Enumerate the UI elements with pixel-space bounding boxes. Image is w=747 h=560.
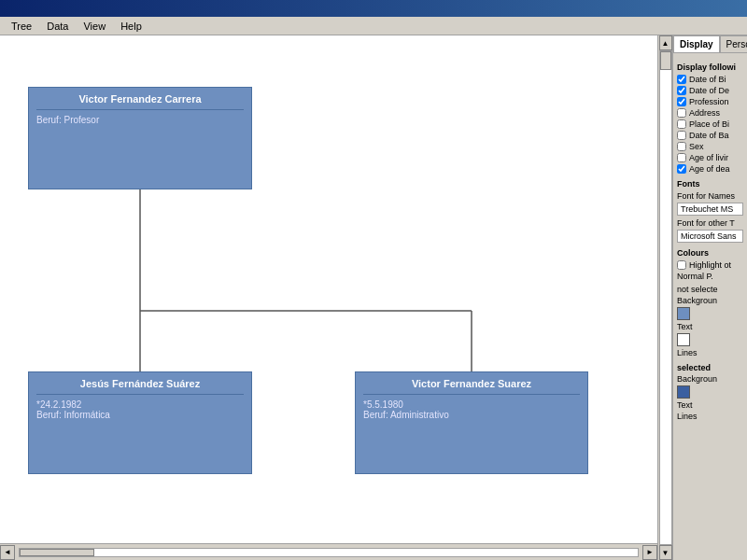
text-label: Text (677, 322, 743, 331)
panel-tabs: Display Person (673, 35, 747, 53)
title-bar (0, 0, 747, 17)
checkbox-input-date-baptism[interactable] (677, 131, 686, 140)
checkbox-label-profession: Profession (689, 97, 729, 106)
checkbox-date-baptism[interactable]: Date of Ba (677, 131, 743, 140)
checkbox-input-place-birth[interactable] (677, 119, 686, 129)
person-detail-victor-job: Beruf: Administrativo (363, 410, 580, 420)
font-other-value[interactable]: Microsoft Sans (677, 230, 743, 243)
scroll-down-btn[interactable]: ▼ (659, 545, 672, 560)
display-section-title: Display followi (677, 63, 743, 72)
checkbox-input-sex[interactable] (677, 142, 686, 151)
not-selected-bg-swatch[interactable] (677, 307, 690, 320)
menu-help[interactable]: Help (113, 19, 149, 34)
checkbox-input-profession[interactable] (677, 97, 686, 106)
menu-data[interactable]: Data (39, 19, 76, 34)
checkbox-place-birth[interactable]: Place of Bi (677, 119, 743, 129)
fonts-section-title: Fonts (677, 179, 743, 189)
checkbox-sex[interactable]: Sex (677, 142, 743, 151)
person-name-victor-suarez: Victor Fernandez Suarez (363, 378, 580, 395)
selected-bg-label: Backgroun (677, 374, 743, 384)
checkbox-label-sex: Sex (689, 142, 704, 151)
person-box-victor-suarez[interactable]: Victor Fernandez Suarez *5.5.1980 Beruf:… (355, 371, 588, 474)
menu-view[interactable]: View (76, 19, 113, 34)
font-names-label: Font for Names (677, 191, 743, 201)
bg-row: Backgroun (677, 296, 743, 305)
checkbox-age-living[interactable]: Age of livir (677, 153, 743, 162)
scroll-right-btn[interactable]: ► (642, 545, 657, 560)
checkbox-input-age-dead[interactable] (677, 164, 686, 174)
checkbox-label-place-birth: Place of Bi (689, 119, 729, 129)
panel-content: Display followi Date of Bi Date of De Pr… (673, 53, 747, 560)
tab-person[interactable]: Person (720, 35, 747, 52)
selected-label: selected (677, 363, 743, 372)
selected-lines-label: Lines (677, 412, 743, 421)
highlight-label: Highlight ot (689, 260, 731, 270)
checkbox-age-dead[interactable]: Age of dea (677, 164, 743, 174)
right-panel: Display Person Display followi Date of B… (672, 35, 747, 560)
colours-section-title: Colours (677, 248, 743, 258)
person-detail-jesus-birth: *24.2.1982 (36, 399, 244, 410)
menu-tree[interactable]: Tree (4, 19, 39, 34)
checkbox-label-date-birth: Date of Bi (689, 75, 726, 84)
normal-label: Normal P. (677, 272, 743, 281)
checkbox-input-address[interactable] (677, 108, 686, 118)
checkbox-date-death[interactable]: Date of De (677, 86, 743, 95)
checkbox-label-date-baptism: Date of Ba (689, 131, 729, 140)
lines-label: Lines (677, 348, 743, 357)
vertical-scrollbar[interactable]: ▲ ▼ (657, 35, 672, 560)
checkbox-label-address: Address (689, 108, 720, 118)
checkbox-label-age-dead: Age of dea (689, 164, 730, 174)
checkbox-input-age-living[interactable] (677, 153, 686, 162)
person-detail-jesus-job: Beruf: Informática (36, 410, 244, 420)
vscroll-thumb[interactable] (660, 51, 671, 70)
person-name-jesus-suarez: Jesús Fernández Suárez (36, 378, 244, 395)
tab-display[interactable]: Display (673, 35, 720, 52)
checkbox-input-highlight[interactable] (677, 260, 686, 270)
checkbox-highlight[interactable]: Highlight ot (677, 260, 743, 270)
checkbox-input-date-birth[interactable] (677, 75, 686, 84)
vscroll-track[interactable] (659, 50, 672, 545)
bg-label: Backgroun (677, 296, 717, 305)
font-other-label: Font for other T (677, 218, 743, 228)
not-selected-text-swatch[interactable] (677, 333, 690, 346)
font-names-value[interactable]: Trebuchet MS (677, 203, 743, 216)
selected-bg-swatch[interactable] (677, 385, 690, 399)
scroll-left-btn[interactable]: ◄ (0, 545, 15, 560)
scroll-thumb[interactable] (20, 549, 94, 556)
checkbox-profession[interactable]: Profession (677, 97, 743, 106)
person-name-victor-carrera: Victor Fernandez Carrera (36, 93, 244, 110)
person-detail-victor-birth: *5.5.1980 (363, 399, 580, 410)
checkbox-label-date-death: Date of De (689, 86, 729, 95)
scroll-track[interactable] (19, 548, 639, 557)
tree-area: Victor Fernandez Carrera Beruf: Profesor… (0, 35, 657, 560)
checkbox-label-age-living: Age of livir (689, 153, 728, 162)
person-detail-victor-carrera: Beruf: Profesor (36, 115, 244, 125)
not-selected-label: not selecte (677, 285, 743, 294)
checkbox-date-birth[interactable]: Date of Bi (677, 75, 743, 84)
selected-text-label: Text (677, 400, 743, 410)
checkbox-input-date-death[interactable] (677, 86, 686, 95)
checkbox-address[interactable]: Address (677, 108, 743, 118)
menu-bar: Tree Data View Help (0, 17, 747, 35)
scroll-up-btn[interactable]: ▲ (659, 35, 672, 50)
person-box-victor-carrera[interactable]: Victor Fernandez Carrera Beruf: Profesor (28, 87, 252, 189)
person-box-jesus-suarez[interactable]: Jesús Fernández Suárez *24.2.1982 Beruf:… (28, 371, 252, 474)
horizontal-scrollbar[interactable]: ◄ ► (0, 543, 657, 560)
